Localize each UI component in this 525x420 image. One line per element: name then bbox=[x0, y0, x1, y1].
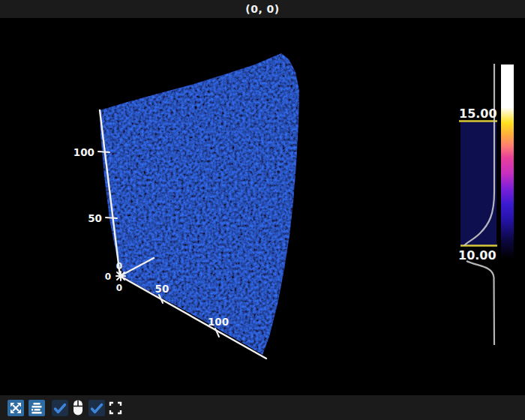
check-icon bbox=[88, 400, 105, 416]
checkbox-1[interactable] bbox=[52, 400, 68, 416]
transfer-function-panel: 15.00 10.00 bbox=[458, 64, 514, 345]
fullscreen-button[interactable] bbox=[107, 400, 124, 416]
x-tick-label-50: 50 bbox=[155, 283, 170, 295]
expand-arrows-icon bbox=[8, 400, 24, 416]
checkbox-2[interactable] bbox=[88, 400, 105, 416]
reset-camera-button[interactable] bbox=[8, 400, 24, 416]
bottom-toolbar bbox=[0, 395, 525, 420]
y-tick-100 bbox=[98, 152, 110, 152]
y-tick-label-100: 100 bbox=[74, 146, 94, 158]
render-canvas[interactable]: 100 50 0 0 50 100 0 bbox=[0, 18, 525, 395]
layer-stack-button[interactable] bbox=[28, 400, 45, 416]
y-tick-label-0: 0 bbox=[116, 261, 122, 272]
volume-rendering[interactable] bbox=[94, 48, 308, 363]
check-icon bbox=[52, 400, 68, 416]
volume-noise-texture bbox=[94, 48, 308, 363]
mouse-mode-indicator bbox=[70, 400, 86, 416]
y-tick-label-50: 50 bbox=[88, 212, 102, 224]
upper-bound-label: 15.00 bbox=[459, 106, 497, 121]
y-tick-50 bbox=[106, 218, 117, 218]
scene-3d[interactable]: 100 50 0 0 50 100 0 bbox=[0, 18, 525, 395]
title-bar: (0, 0) bbox=[0, 0, 525, 18]
transfer-curve-lower[interactable] bbox=[466, 261, 494, 345]
colormap-bar[interactable] bbox=[501, 64, 514, 259]
stacked-bars-icon bbox=[28, 400, 45, 416]
origin-marker bbox=[116, 272, 125, 280]
viewer-window: (0, 0) bbox=[0, 0, 525, 420]
x-tick-label-0: 0 bbox=[116, 283, 122, 293]
lower-bound-label: 10.00 bbox=[458, 248, 496, 262]
x-tick-label-100: 100 bbox=[208, 316, 229, 328]
x-tick-100 bbox=[215, 328, 219, 337]
fullscreen-corners-icon bbox=[107, 400, 124, 416]
z-tick-label-0: 0 bbox=[105, 272, 111, 282]
window-title: (0, 0) bbox=[245, 3, 279, 15]
histogram-box[interactable] bbox=[460, 122, 496, 246]
mouse-icon bbox=[70, 399, 86, 416]
